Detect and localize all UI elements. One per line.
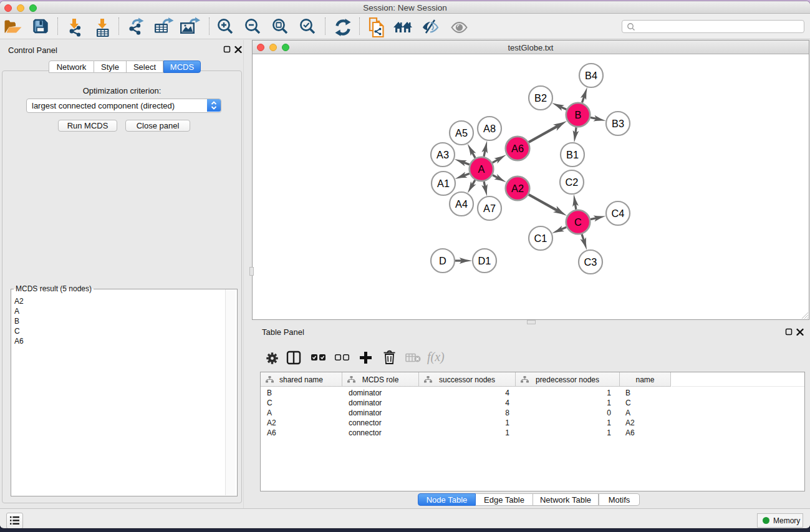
svg-text:B3: B3 [612,118,624,129]
svg-text:A: A [478,163,485,175]
svg-text:A4: A4 [455,198,468,210]
svg-text:A2: A2 [511,183,524,194]
svg-text:B2: B2 [534,92,547,104]
svg-text:A6: A6 [511,143,524,154]
svg-text:C3: C3 [584,256,597,268]
svg-text:B: B [575,109,582,120]
svg-text:A8: A8 [483,123,496,134]
svg-text:C2: C2 [566,177,579,188]
svg-text:D: D [439,255,446,266]
svg-text:B1: B1 [566,149,579,160]
svg-text:C4: C4 [612,208,625,219]
svg-text:C1: C1 [534,233,547,244]
svg-text:A3: A3 [436,149,449,160]
svg-text:A1: A1 [437,178,450,189]
svg-text:C: C [574,216,582,228]
svg-text:D1: D1 [478,255,491,266]
svg-text:A5: A5 [455,127,468,138]
svg-text:A7: A7 [483,203,496,214]
svg-text:B4: B4 [585,70,597,81]
